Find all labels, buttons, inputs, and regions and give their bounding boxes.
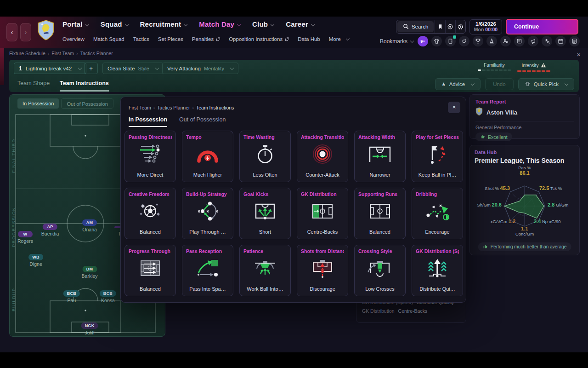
competition-icon[interactable] (473, 36, 483, 46)
data-hub-panel: Data Hub Premier League, This Season Pas… (469, 145, 580, 255)
date-display: 1/6/2026 Mon 00:00 (469, 19, 502, 34)
breadcrumb-item[interactable]: First Team (129, 105, 151, 110)
player-name: Digne (28, 261, 43, 267)
squad-list-icon[interactable] (514, 36, 525, 46)
subnav-item-data-hub[interactable]: Data Hub (298, 36, 320, 42)
summary-value: Centre-Backs (398, 308, 428, 314)
instruction-card-play-for-set-pieces[interactable]: Play for Set PiecesKeep Ball in Pl… (412, 131, 463, 182)
tab-team-shape[interactable]: Team Shape (17, 80, 50, 86)
player-pau[interactable]: BCBPau (63, 288, 80, 303)
instruction-card-build-up-strategy[interactable]: Build-Up StrategyPlay Through … (182, 188, 233, 239)
subnav-item-penalties[interactable]: Penalties (192, 36, 220, 42)
instruction-card-gk-distribution[interactable]: GK DistributionCentre-Backs (297, 188, 348, 239)
quick-pick-button[interactable]: Quick Pick (518, 78, 574, 90)
breadcrumb-item[interactable]: Tactics Planner (80, 51, 113, 56)
modal-breadcrumb[interactable]: First Team›Tactics Planner›Team Instruct… (129, 105, 234, 110)
breadcrumb-item[interactable]: Tactics Planner (157, 105, 190, 110)
bookmarks-dropdown[interactable]: Bookmarks (380, 38, 413, 45)
scouting-icon[interactable] (500, 36, 511, 46)
club-crest-icon[interactable] (37, 19, 55, 43)
tactic-selector[interactable]: 1 Lightning break v42 (14, 63, 86, 74)
player-onana[interactable]: AMOnana (82, 218, 97, 232)
sync-icon[interactable] (459, 36, 469, 46)
subnav-item-overview[interactable]: Overview (62, 36, 85, 42)
assistant-ball-icon[interactable] (445, 20, 455, 33)
player-buendia[interactable]: APBuendia (41, 222, 59, 236)
summary-name: GK Distribution (362, 308, 395, 314)
instruction-card-passing-directness[interactable]: Passing DirectnessMore Direct (124, 131, 176, 182)
instruction-card-pass-reception[interactable]: Pass ReceptionPass Into Spa… (182, 245, 233, 296)
instruction-card-gk-distribution-speed[interactable]: GK Distribution (Speed)Distribute Qui… (412, 245, 463, 296)
bookmark-flag-icon[interactable] (435, 20, 445, 33)
breadcrumb[interactable]: Fixture Schedule›First Team›Tactics Plan… (9, 51, 113, 56)
modal-tab-in-possession[interactable]: In Possession (129, 116, 167, 127)
possession-tab-in-possession[interactable]: In Possession (17, 98, 59, 109)
modal-close-icon[interactable]: × (448, 102, 460, 113)
megaphone-icon[interactable] (528, 36, 538, 46)
instruction-card-dribbling[interactable]: DribblingEncourage (412, 188, 463, 239)
player-digne[interactable]: WBDigne (28, 252, 43, 267)
star-search-icon[interactable] (542, 36, 552, 46)
instruction-card-creative-freedom[interactable]: Creative FreedomBalanced (124, 188, 176, 239)
style-dropdown[interactable]: Clean Slate Style (102, 63, 164, 74)
messages-icon[interactable]: 9+ (418, 36, 428, 46)
subnav-item-tactics[interactable]: Tactics (133, 36, 149, 42)
shirt-icon[interactable] (431, 36, 442, 46)
close-icon[interactable]: × (577, 51, 581, 58)
advice-button[interactable]: ★ Advice (435, 78, 481, 90)
forward-button[interactable]: › (20, 23, 31, 41)
tab-team-instructions[interactable]: Team Instructions (60, 80, 109, 92)
instruction-card-shots-from-distance[interactable]: Shots from DistanceDiscourage (297, 245, 348, 296)
calendar-icon[interactable] (555, 36, 566, 46)
notes-icon[interactable] (569, 36, 580, 46)
instruction-card-attacking-transition[interactable]: Attacking TransitionCounter-Attack (297, 131, 348, 182)
breadcrumb-item[interactable]: First Team (51, 51, 74, 56)
nav-item-club[interactable]: Club (252, 20, 274, 28)
player-barkley[interactable]: DMBarkley (82, 264, 98, 279)
nav-item-recruitment[interactable]: Recruitment (140, 20, 187, 28)
settings-gear-icon[interactable] (455, 20, 465, 33)
current-date: 1/6/2026 (470, 21, 502, 27)
player-role-pill: AM (82, 219, 97, 226)
instruction-card-title: Passing Directness (129, 134, 172, 140)
instruction-card-title: Supporting Runs (358, 191, 401, 197)
possession-tab-out-of-possession[interactable]: Out of Possession (61, 98, 113, 109)
subnav-item-match-squad[interactable]: Match Squad (93, 36, 124, 42)
sub-nav: OverviewMatch SquadTacticsSet PiecesPena… (62, 36, 349, 42)
instruction-card-title: GK Distribution (301, 191, 344, 197)
subnav-item-label: Tactics (133, 36, 149, 42)
subnav-item-set-pieces[interactable]: Set Pieces (158, 36, 183, 42)
player-rogers[interactable]: WRogers (17, 229, 33, 244)
instruction-card-supporting-runs[interactable]: Supporting RunsBalanced (354, 188, 406, 239)
nav-item-portal[interactable]: Portal (62, 20, 89, 28)
instruction-card-time-wasting[interactable]: Time WastingLess Often (239, 131, 291, 182)
instruction-card-progress-through[interactable]: Progress ThroughBalanced (124, 245, 176, 296)
nav-item-squad[interactable]: Squad (101, 20, 128, 28)
training-cone-icon[interactable] (486, 36, 497, 46)
continue-button[interactable]: Continue (506, 19, 578, 34)
instruction-card-patience[interactable]: PatienceWork Ball Into… (239, 245, 291, 296)
instruction-card-crossing-style[interactable]: Crossing StyleLow Crosses (354, 245, 406, 296)
club-name[interactable]: Aston Villa (486, 109, 517, 116)
instruction-card-attacking-width[interactable]: Attacking WidthNarrower (354, 131, 406, 182)
mentality-dropdown[interactable]: Very Attacking Mentality (162, 63, 238, 74)
transfer-room-icon[interactable] (445, 36, 456, 46)
subnav-item-more[interactable]: More (329, 36, 349, 42)
add-tactic-button[interactable]: + (84, 63, 98, 74)
instruction-card-value: Balanced (355, 229, 405, 235)
search-button[interactable]: Search (397, 21, 434, 32)
breadcrumb-bar: Fixture Schedule›First Team›Tactics Plan… (9, 51, 581, 58)
summary-row[interactable]: GK DistributionCentre-Backs (362, 308, 460, 314)
breadcrumb-item[interactable]: Team Instructions (196, 105, 234, 110)
breadcrumb-item[interactable]: Fixture Schedule (9, 51, 45, 56)
instruction-card-goal-kicks[interactable]: Goal KicksShort (239, 188, 291, 239)
subnav-item-opposition-instructions[interactable]: Opposition Instructions (229, 36, 289, 42)
nav-item-match-day[interactable]: Match Day (199, 20, 240, 28)
player-juliff[interactable]: NGKJuliff (81, 321, 98, 335)
modal-tab-out-of-possession[interactable]: Out of Possession (179, 116, 226, 127)
instruction-card-tempo[interactable]: TempoMuch Higher (182, 131, 233, 182)
back-button[interactable]: ‹ (6, 23, 17, 41)
nav-item-career[interactable]: Career (286, 20, 314, 28)
player-konsa[interactable]: BCBKonsa (100, 288, 116, 303)
undo-button[interactable]: Undo (485, 78, 514, 90)
